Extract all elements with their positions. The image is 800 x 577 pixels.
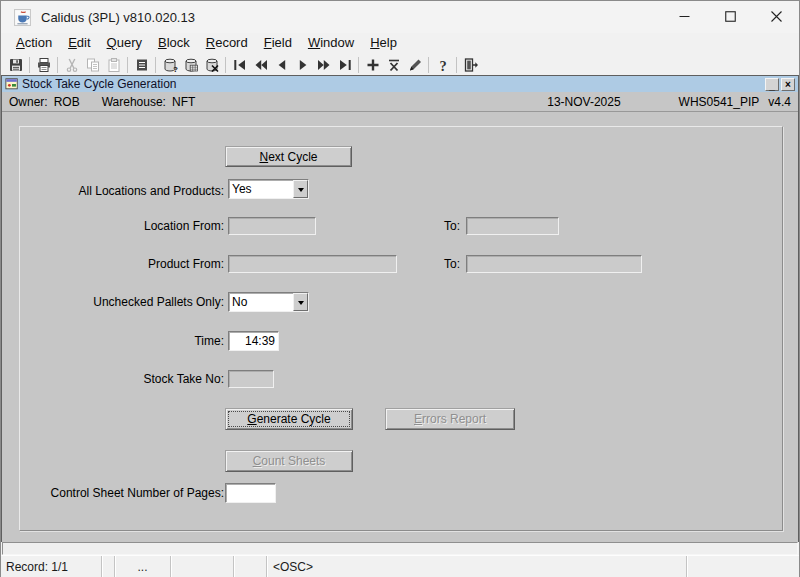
owner-label: Owner: bbox=[9, 95, 48, 109]
enter-query-icon: ? bbox=[162, 57, 178, 73]
record-indicator: Record: 1/1 bbox=[1, 556, 101, 577]
toolbar-button-cut bbox=[61, 55, 82, 75]
unchecked-pallets-value: No bbox=[229, 293, 293, 311]
all-locations-value: Yes bbox=[229, 180, 293, 198]
toolbar-button-print[interactable] bbox=[33, 55, 54, 75]
previous-block-icon bbox=[253, 57, 269, 73]
minimize-button[interactable] bbox=[661, 1, 707, 33]
previous-record-icon bbox=[274, 57, 290, 73]
toolbar-separator bbox=[127, 57, 128, 73]
menu-field[interactable]: Field bbox=[256, 34, 300, 53]
toolbar-separator bbox=[456, 57, 457, 73]
form-canvas: Next Cycle All Locations and Products: Y… bbox=[2, 112, 798, 542]
owner-value: ROB bbox=[54, 95, 80, 109]
location-to-label: To: bbox=[432, 217, 460, 235]
minimize-icon bbox=[679, 8, 690, 26]
all-locations-dropdown[interactable]: Yes bbox=[228, 179, 309, 199]
toolbar-button-next-record[interactable] bbox=[292, 55, 313, 75]
all-locations-dropdown-button[interactable] bbox=[293, 180, 308, 198]
form-title: Stock Take Cycle Generation bbox=[22, 77, 177, 91]
control-pages-input[interactable] bbox=[225, 483, 276, 503]
close-button[interactable] bbox=[753, 1, 799, 33]
menu-record[interactable]: Record bbox=[198, 34, 256, 53]
toolbar-button-last-record[interactable] bbox=[334, 55, 355, 75]
java-icon bbox=[14, 9, 31, 26]
toolbar-separator bbox=[57, 57, 58, 73]
menu-window[interactable]: Window bbox=[300, 34, 362, 53]
maximize-button[interactable] bbox=[707, 1, 753, 33]
generate-cycle-button[interactable]: Generate Cycle bbox=[225, 408, 353, 430]
copy-icon bbox=[85, 57, 101, 73]
edit-icon bbox=[407, 57, 423, 73]
last-record-icon bbox=[337, 57, 353, 73]
toolbar-separator bbox=[358, 57, 359, 73]
menu-help[interactable]: Help bbox=[362, 34, 405, 53]
toolbar-button-save[interactable] bbox=[5, 55, 26, 75]
unchecked-pallets-dropdown-button[interactable] bbox=[293, 293, 308, 311]
form-close-button[interactable]: × bbox=[781, 78, 795, 91]
menu-bar: Action Edit Query Block Record Field Win… bbox=[1, 33, 799, 54]
unchecked-pallets-dropdown[interactable]: No bbox=[228, 292, 309, 312]
form-icon bbox=[5, 77, 19, 91]
message-line bbox=[2, 542, 798, 555]
form-header: Owner: ROB Warehouse: NFT 13-NOV-2025 WH… bbox=[2, 92, 798, 112]
help-icon: ? bbox=[435, 57, 451, 73]
paste-icon bbox=[106, 57, 122, 73]
form-minimize-button[interactable]: _ bbox=[765, 78, 779, 91]
toolbar-button-edit[interactable] bbox=[404, 55, 425, 75]
toolbar-button-display-list[interactable] bbox=[131, 55, 152, 75]
delete-record-icon bbox=[386, 57, 402, 73]
svg-text:?: ? bbox=[439, 57, 446, 73]
menu-query[interactable]: Query bbox=[99, 34, 150, 53]
toolbar-button-previous-block[interactable] bbox=[250, 55, 271, 75]
toolbar-separator bbox=[155, 57, 156, 73]
cut-icon bbox=[64, 57, 80, 73]
product-to-label: To: bbox=[432, 255, 460, 273]
toolbar-button-execute-query[interactable] bbox=[180, 55, 201, 75]
form-window: Stock Take Cycle Generation _ × Owner: R… bbox=[1, 75, 799, 542]
warehouse-value: NFT bbox=[172, 95, 195, 109]
menu-edit[interactable]: Edit bbox=[60, 34, 98, 53]
toolbar-button-next-block[interactable] bbox=[313, 55, 334, 75]
next-record-icon bbox=[295, 57, 311, 73]
unchecked-pallets-label: Unchecked Pallets Only: bbox=[2, 292, 224, 312]
status-osc: <OSC> bbox=[266, 556, 686, 577]
menu-block[interactable]: Block bbox=[150, 34, 198, 53]
menu-action[interactable]: Action bbox=[8, 34, 60, 53]
close-icon bbox=[771, 8, 782, 26]
next-cycle-button[interactable]: Next Cycle bbox=[225, 146, 352, 167]
toolbar-button-enter-query[interactable]: ? bbox=[159, 55, 180, 75]
toolbar: ?? bbox=[1, 54, 799, 75]
toolbar-button-insert-record[interactable] bbox=[362, 55, 383, 75]
toolbar-button-previous-record[interactable] bbox=[271, 55, 292, 75]
all-locations-label: All Locations and Products: bbox=[2, 182, 224, 201]
print-icon bbox=[36, 57, 52, 73]
status-cell bbox=[170, 556, 233, 577]
next-block-icon bbox=[316, 57, 332, 73]
toolbar-button-exit[interactable] bbox=[460, 55, 481, 75]
toolbar-button-cancel-query[interactable] bbox=[201, 55, 222, 75]
product-to-input bbox=[466, 255, 642, 273]
toolbar-button-delete-record[interactable] bbox=[383, 55, 404, 75]
toolbar-button-first-record[interactable] bbox=[229, 55, 250, 75]
toolbar-separator bbox=[225, 57, 226, 73]
warehouse-label: Warehouse: bbox=[102, 95, 166, 109]
status-bar: Record: 1/1 ... <OSC> bbox=[1, 555, 799, 577]
header-program: WHS0541_PIP bbox=[679, 95, 760, 109]
product-from-input bbox=[228, 255, 397, 273]
window-controls bbox=[661, 1, 799, 33]
execute-query-icon bbox=[183, 57, 199, 73]
time-label: Time: bbox=[2, 331, 224, 351]
chevron-down-icon bbox=[298, 188, 304, 195]
status-dots: ... bbox=[114, 556, 170, 577]
status-cell bbox=[233, 556, 266, 577]
exit-icon bbox=[463, 57, 479, 73]
app-window: Calidus (3PL) v810.020.13 Action Edit Qu… bbox=[0, 0, 800, 577]
time-input[interactable] bbox=[228, 331, 279, 351]
form-minimize-icon: _ bbox=[769, 81, 775, 90]
errors-report-button: Errors Report bbox=[385, 408, 515, 430]
status-cell bbox=[101, 556, 114, 577]
form-titlebar: Stock Take Cycle Generation _ × bbox=[2, 75, 798, 92]
chevron-down-icon bbox=[298, 301, 304, 308]
toolbar-button-help[interactable]: ? bbox=[432, 55, 453, 75]
